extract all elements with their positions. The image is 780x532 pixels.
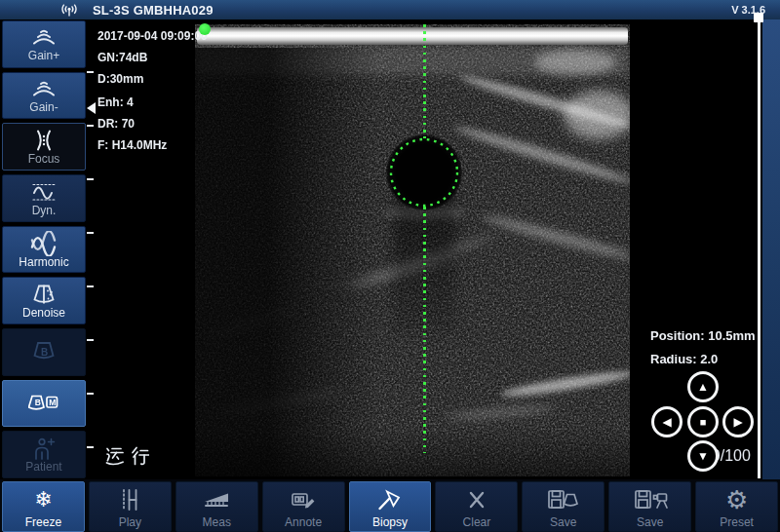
snowflake-icon: ❄: [34, 484, 52, 515]
patient-icon: [30, 437, 58, 461]
clear-label: Clear: [463, 515, 491, 529]
focus-icon: [29, 128, 58, 153]
dynamic-range-label: Dyn.: [32, 205, 57, 217]
play-label: Play: [119, 515, 141, 529]
scrollbar-handle[interactable]: [754, 13, 763, 22]
gain-plus-label: Gain+: [28, 50, 59, 62]
depth-value: D:30mm: [98, 68, 208, 90]
square-stop-icon: ■: [700, 416, 707, 428]
denoise-icon: [29, 283, 58, 307]
clear-x-icon: [464, 484, 489, 515]
harmonic-label: Harmonic: [19, 256, 68, 269]
preset-label: Preset: [720, 515, 754, 529]
save-video-icon: [633, 484, 668, 515]
bm-mode-button[interactable]: B M: [2, 380, 86, 428]
gain-value: GN:74dB: [98, 47, 208, 68]
cine-film-icon: [115, 484, 144, 515]
harmonic-button[interactable]: Harmonic: [2, 226, 86, 274]
move-left-button[interactable]: ◀: [651, 406, 682, 437]
arrow-up-icon: ▲: [697, 381, 709, 393]
dynamic-range-icon: [29, 179, 58, 205]
skin-line-echo: [197, 27, 628, 45]
move-up-button[interactable]: ▲: [687, 371, 719, 402]
biopsy-guide-line-top: [423, 24, 426, 138]
focus-label: Focus: [28, 153, 60, 166]
top-status-bar: SL-3S GMBHHA029 V 3.1.6: [0, 0, 780, 19]
live-indicator-dot: [199, 23, 211, 35]
save-video-button[interactable]: Save: [608, 481, 691, 532]
gain-decrease-icon: [29, 78, 58, 101]
bm-mode-icon: B M: [28, 393, 59, 414]
right-panel-strip: [762, 19, 780, 479]
enhance-value: Enh: 4: [98, 92, 208, 113]
patient-label: Patient: [25, 461, 61, 474]
biopsy-button[interactable]: Biopsy: [349, 481, 432, 532]
harmonic-icon: [28, 231, 59, 256]
save-image-icon: [546, 484, 581, 515]
preset-button[interactable]: ⚙ Preset: [695, 481, 778, 532]
gain-minus-label: Gain-: [29, 101, 58, 114]
device-title: SL-3S GMBHHA029: [93, 3, 214, 18]
gain-increase-icon: [29, 26, 58, 50]
biopsy-radius-value: Radius: 2.0: [650, 352, 718, 366]
b-mode-button[interactable]: B: [2, 328, 86, 376]
freeze-button[interactable]: ❄ Freeze: [2, 481, 85, 532]
patient-button[interactable]: Patient: [2, 431, 86, 478]
save-image-label: Save: [550, 515, 576, 529]
datetime-label: 2017-09-04 09:09:00: [98, 25, 208, 47]
annotation-icon: [289, 484, 318, 515]
dynamic-range-value: DR: 70: [98, 113, 208, 134]
move-down-button[interactable]: ▼: [687, 440, 719, 472]
ultrasound-image: [195, 24, 630, 476]
gain-plus-button[interactable]: Gain+: [2, 20, 86, 68]
arrow-down-icon: ▼: [697, 450, 709, 462]
preset-gear-icon: ⚙: [725, 484, 748, 515]
clear-button[interactable]: Clear: [435, 481, 518, 532]
run-status-text: [104, 445, 149, 466]
freeze-label: Freeze: [25, 515, 61, 529]
image-parameters: 2017-09-04 09:09:00 GN:74dB D:30mm Enh: …: [98, 25, 208, 156]
focus-depth-marker[interactable]: [87, 102, 96, 114]
measure-button[interactable]: Meas: [176, 481, 258, 532]
arrow-right-icon: ▶: [733, 416, 742, 428]
b-mode-icon: B: [29, 339, 58, 364]
cjk-glyph-xing: [130, 445, 149, 466]
biopsy-label: Biopsy: [372, 515, 408, 529]
b-mode-letter: B: [41, 347, 48, 358]
focus-button[interactable]: Focus: [2, 123, 86, 171]
biopsy-guide-line-bottom: [423, 207, 426, 453]
bottom-toolbar: ❄ Freeze Play Meas: [0, 479, 780, 532]
move-right-button[interactable]: ▶: [722, 406, 754, 437]
cjk-glyph-yun: [104, 445, 124, 466]
annotate-label: Annote: [285, 515, 322, 529]
wireless-signal-icon: [60, 3, 78, 18]
save-video-label: Save: [637, 515, 663, 529]
gain-minus-button[interactable]: Gain-: [2, 72, 86, 120]
biopsy-position-value: Position: 10.5mm: [650, 328, 756, 343]
bm-mode-b-letter: B: [35, 398, 41, 407]
measure-label: Meas: [203, 515, 231, 529]
biopsy-needle-icon: [376, 484, 404, 515]
confirm-stop-button[interactable]: ■: [687, 406, 719, 437]
play-button[interactable]: Play: [89, 481, 172, 532]
denoise-label: Denoise: [22, 307, 65, 320]
measure-ruler-icon: [202, 484, 231, 515]
scrollbar-track[interactable]: [758, 14, 760, 478]
biopsy-target-circle: [387, 135, 461, 209]
dynamic-range-button[interactable]: Dyn.: [2, 174, 86, 222]
left-control-panel: Gain+ Gain- Focus Dyn.: [2, 20, 86, 478]
annotate-button[interactable]: Annote: [262, 481, 345, 532]
denoise-button[interactable]: Denoise: [2, 277, 86, 324]
save-image-button[interactable]: Save: [522, 481, 604, 532]
bm-mode-m-letter: M: [49, 398, 56, 407]
arrow-left-icon: ◀: [662, 416, 671, 428]
frequency-value: F: H14.0MHz: [98, 134, 208, 156]
